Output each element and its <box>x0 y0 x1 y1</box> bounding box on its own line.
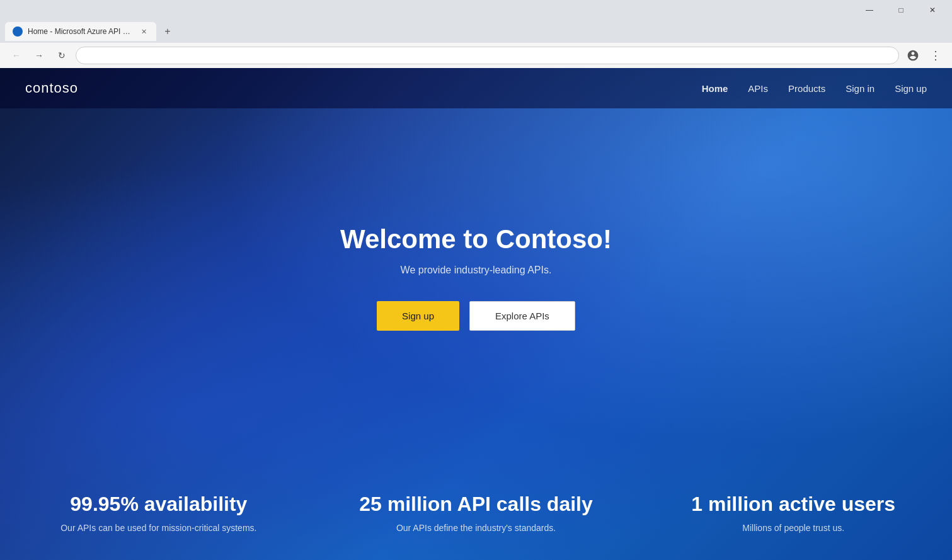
browser-chrome: — □ ✕ Home - Microsoft Azure API Mar... … <box>0 0 952 69</box>
new-tab-button[interactable]: + <box>159 23 176 40</box>
nav-links: Home APIs Products Sign in Sign up <box>702 83 927 94</box>
stat-api-calls: 25 million API calls daily Our APIs defi… <box>318 493 635 535</box>
nav-home[interactable]: Home <box>702 83 728 94</box>
maximize-button[interactable]: □ <box>886 0 915 20</box>
stat-users-desc: Millions of people trust us. <box>660 522 927 535</box>
tab-title: Home - Microsoft Azure API Mar... <box>28 27 134 36</box>
minimize-button[interactable]: — <box>855 0 884 20</box>
stat-users-value: 1 million active users <box>660 493 927 516</box>
stat-api-calls-value: 25 million API calls daily <box>343 493 610 516</box>
stats-section: 99.95% availability Our APIs can be used… <box>0 461 952 560</box>
browser-menu-button[interactable]: ⋮ <box>927 47 944 64</box>
nav-apis[interactable]: APIs <box>748 83 768 94</box>
url-input[interactable] <box>76 47 899 64</box>
signup-button[interactable]: Sign up <box>377 301 459 331</box>
stat-availability-value: 99.95% availability <box>25 493 292 516</box>
profile-button[interactable] <box>904 47 922 64</box>
stat-api-calls-desc: Our APIs define the industry's standards… <box>343 522 610 535</box>
explore-apis-button[interactable]: Explore APIs <box>469 301 575 331</box>
back-button[interactable]: ← <box>8 47 25 64</box>
address-bar: ← → ↻ ⋮ <box>0 43 952 68</box>
tab-close-button[interactable]: ✕ <box>139 26 149 37</box>
close-button[interactable]: ✕ <box>918 0 947 20</box>
stat-users: 1 million active users Millions of peopl… <box>634 493 952 535</box>
tab-bar: Home - Microsoft Azure API Mar... ✕ + <box>0 20 952 43</box>
website-content: contoso Home APIs Products Sign in Sign … <box>0 69 952 560</box>
active-tab[interactable]: Home - Microsoft Azure API Mar... ✕ <box>5 22 156 41</box>
site-navigation: contoso Home APIs Products Sign in Sign … <box>0 69 952 108</box>
hero-main: Welcome to Contoso! We provide industry-… <box>0 69 952 461</box>
stat-availability: 99.95% availability Our APIs can be used… <box>0 493 318 535</box>
nav-sign-up[interactable]: Sign up <box>895 83 927 94</box>
stat-availability-desc: Our APIs can be used for mission-critica… <box>25 522 292 535</box>
hero-section: Welcome to Contoso! We provide industry-… <box>0 69 952 560</box>
refresh-button[interactable]: ↻ <box>53 47 71 64</box>
site-logo[interactable]: contoso <box>25 80 78 96</box>
hero-buttons: Sign up Explore APIs <box>377 301 575 331</box>
nav-products[interactable]: Products <box>788 83 825 94</box>
account-circle-icon <box>907 49 919 62</box>
hero-subtitle: We provide industry-leading APIs. <box>401 265 552 276</box>
forward-button[interactable]: → <box>30 47 48 64</box>
hero-title: Welcome to Contoso! <box>340 224 612 254</box>
title-bar: — □ ✕ <box>0 0 952 20</box>
nav-sign-in[interactable]: Sign in <box>846 83 875 94</box>
tab-favicon <box>13 26 23 37</box>
